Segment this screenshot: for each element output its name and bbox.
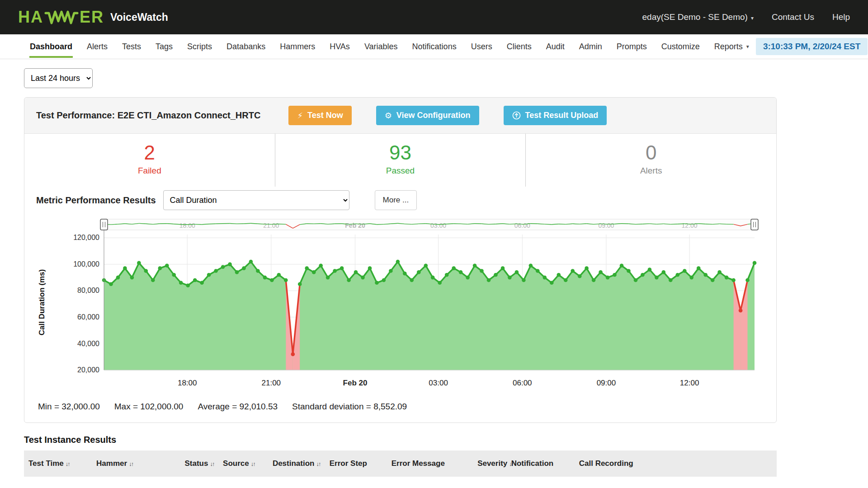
time-range-select[interactable]: Last 24 hours bbox=[24, 68, 93, 88]
svg-text:09:00: 09:00 bbox=[598, 222, 614, 229]
nav-tab-variables[interactable]: Variables bbox=[357, 34, 405, 59]
svg-text:60,000: 60,000 bbox=[77, 313, 99, 321]
sort-icon[interactable]: ↓↑ bbox=[210, 460, 214, 467]
alerts-label: Alerts bbox=[526, 166, 776, 176]
summary-max: Max = 102,000.00 bbox=[114, 402, 184, 412]
more-button[interactable]: More ... bbox=[375, 190, 417, 210]
stat-failed: 2 Failed bbox=[24, 134, 275, 187]
nav-tab-alerts[interactable]: Alerts bbox=[80, 34, 115, 59]
call-duration-chart[interactable]: 20,00040,00060,00080,000100,000120,00018… bbox=[33, 216, 762, 397]
column-label: Hammer bbox=[96, 459, 127, 468]
nav-tab-label: Dashboard bbox=[29, 36, 73, 58]
topbar: HA ER VoiceWatch eday(SE Demo - SE Demo)… bbox=[0, 0, 868, 34]
passed-label: Passed bbox=[275, 166, 526, 176]
contact-us-link[interactable]: Contact Us bbox=[772, 12, 814, 22]
nav-tab-label: Customize bbox=[661, 36, 700, 58]
main-nav: DashboardAlertsTestsTagsScriptsDatabanks… bbox=[0, 34, 868, 59]
column-severity[interactable]: Severity↓↑ bbox=[473, 450, 507, 477]
nav-tab-customize[interactable]: Customize bbox=[654, 34, 707, 59]
stat-alerts: 0 Alerts bbox=[526, 134, 776, 187]
column-source[interactable]: Source↓↑ bbox=[218, 450, 268, 477]
chart-summary: Min = 32,000.00 Max = 102,000.00 Average… bbox=[24, 399, 776, 422]
failed-label: Failed bbox=[24, 166, 275, 176]
svg-text:03:00: 03:00 bbox=[430, 222, 446, 229]
nav-tab-prompts[interactable]: Prompts bbox=[609, 34, 654, 59]
failed-count: 2 bbox=[24, 142, 275, 164]
column-label: Source bbox=[223, 459, 249, 468]
test-result-upload-button[interactable]: Test Result Upload bbox=[504, 106, 607, 125]
summary-average: Average = 92,010.53 bbox=[198, 402, 278, 412]
test-instance-results-title: Test Instance Results bbox=[24, 435, 868, 445]
summary-stddev: Standard deviation = 8,552.09 bbox=[292, 402, 407, 412]
nav-tab-audit[interactable]: Audit bbox=[539, 34, 572, 59]
svg-text:120,000: 120,000 bbox=[73, 234, 99, 242]
nav-tab-label: Hammers bbox=[279, 36, 316, 58]
column-label: Error Step bbox=[330, 459, 367, 468]
sort-icon[interactable]: ↓↑ bbox=[66, 460, 70, 467]
navigator-handle-left[interactable] bbox=[100, 219, 108, 230]
nav-tab-label: Tests bbox=[122, 36, 142, 58]
svg-text:40,000: 40,000 bbox=[77, 340, 99, 347]
panel-header: Test Performance: E2E CTI_Amazon Connect… bbox=[24, 98, 776, 134]
test-performance-panel: Test Performance: E2E CTI_Amazon Connect… bbox=[24, 97, 777, 423]
sort-icon[interactable]: ↓↑ bbox=[316, 460, 320, 467]
nav-tab-reports[interactable]: Reports▾ bbox=[707, 34, 756, 59]
nav-tab-admin[interactable]: Admin bbox=[572, 34, 609, 59]
clock: 3:10:33 PM, 2/20/24 EST bbox=[756, 38, 868, 55]
product-name: VoiceWatch bbox=[110, 11, 168, 23]
alerts-count: 0 bbox=[526, 142, 776, 164]
nav-tabs: DashboardAlertsTestsTagsScriptsDatabanks… bbox=[23, 34, 756, 59]
column-label: Call Recording bbox=[579, 459, 633, 468]
help-link[interactable]: Help bbox=[832, 12, 850, 22]
test-instance-results-table: Test Time↓↑Hammer↓↑Status↓↑Source↓↑Desti… bbox=[24, 450, 777, 488]
stats-row: 2 Failed 93 Passed 0 Alerts bbox=[24, 134, 776, 187]
lightning-icon: ⚡ bbox=[297, 111, 303, 120]
nav-tab-label: Notifications bbox=[412, 36, 457, 58]
nav-tab-clients[interactable]: Clients bbox=[500, 34, 539, 59]
column-error-message: Error Message bbox=[387, 450, 473, 477]
gear-icon: ⚙ bbox=[385, 111, 392, 120]
nav-tab-users[interactable]: Users bbox=[464, 34, 500, 59]
nav-tab-tags[interactable]: Tags bbox=[148, 34, 180, 59]
column-destination[interactable]: Destination↓↑ bbox=[268, 450, 325, 477]
column-test-time[interactable]: Test Time↓↑ bbox=[24, 450, 92, 477]
column-status[interactable]: Status↓↑ bbox=[180, 450, 218, 477]
column-notification: Notification bbox=[507, 450, 575, 477]
nav-tab-label: Scripts bbox=[187, 36, 212, 58]
nav-tab-scripts[interactable]: Scripts bbox=[180, 34, 219, 59]
svg-text:Call Duration (ms): Call Duration (ms) bbox=[38, 269, 46, 335]
nav-tab-hammers[interactable]: Hammers bbox=[273, 34, 322, 59]
nav-tab-notifications[interactable]: Notifications bbox=[405, 34, 464, 59]
table-row[interactable] bbox=[24, 477, 777, 488]
svg-text:06:00: 06:00 bbox=[513, 379, 532, 387]
stat-passed: 93 Passed bbox=[275, 134, 526, 187]
nav-tab-dashboard[interactable]: Dashboard bbox=[23, 34, 80, 59]
svg-text:12:00: 12:00 bbox=[682, 222, 698, 229]
svg-text:03:00: 03:00 bbox=[429, 379, 448, 387]
nav-tab-tests[interactable]: Tests bbox=[115, 34, 148, 59]
metric-select[interactable]: Call Duration bbox=[163, 190, 349, 210]
view-configuration-button[interactable]: ⚙ View Configuration bbox=[376, 106, 479, 125]
column-hammer[interactable]: Hammer↓↑ bbox=[92, 450, 180, 477]
nav-tab-databanks[interactable]: Databanks bbox=[219, 34, 273, 59]
user-menu[interactable]: eday(SE Demo - SE Demo)▾ bbox=[642, 12, 754, 22]
hammer-logo[interactable]: HA ER bbox=[18, 8, 104, 27]
svg-text:Feb 20: Feb 20 bbox=[343, 379, 368, 387]
navigator-handle-right[interactable] bbox=[751, 219, 758, 230]
nav-tab-hvas[interactable]: HVAs bbox=[322, 34, 357, 59]
metric-row: Metric Performance Results Call Duration… bbox=[24, 187, 776, 213]
column-call-recording: Call Recording bbox=[575, 450, 777, 477]
column-label: Severity bbox=[477, 459, 507, 468]
dashboard-content: Last 24 hours Test Performance: E2E CTI_… bbox=[0, 59, 868, 488]
sort-icon[interactable]: ↓↑ bbox=[251, 460, 255, 467]
nav-tab-label: HVAs bbox=[329, 36, 350, 58]
logo-text-left: HA bbox=[18, 8, 43, 27]
upload-icon bbox=[512, 111, 521, 120]
caret-down-icon: ▾ bbox=[751, 15, 754, 21]
caret-down-icon: ▾ bbox=[746, 43, 749, 50]
nav-tab-label: Tags bbox=[155, 36, 173, 58]
svg-text:12:00: 12:00 bbox=[680, 379, 699, 387]
test-now-button[interactable]: ⚡ Test Now bbox=[288, 106, 351, 125]
nav-tab-label: Audit bbox=[546, 36, 565, 58]
sort-icon[interactable]: ↓↑ bbox=[129, 460, 133, 467]
